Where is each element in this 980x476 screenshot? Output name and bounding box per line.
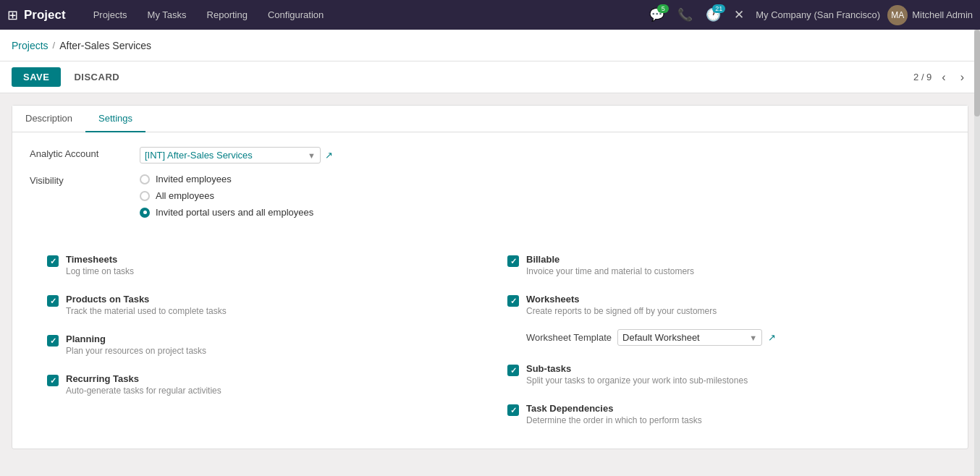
worksheet-template-label: Worksheet Template [526,332,612,343]
radio-invited-employees[interactable]: Invited employees [140,174,313,184]
close-icon-btn[interactable]: ✕ [730,4,748,25]
recurring-tasks-content: Recurring Tasks Auto-generate tasks for … [66,373,221,396]
features-grid: Timesheets Log time on tasks Products on… [30,245,950,434]
planning-item: Planning Plan your resources on project … [30,325,490,365]
billable-desc: Invoice your time and material to custom… [526,266,694,276]
menu-my-tasks[interactable]: My Tasks [138,0,197,30]
radio-all-employees-label: All employees [156,190,214,201]
app-brand: Project [24,8,66,22]
grid-icon[interactable]: ⊞ [7,7,18,23]
products-on-tasks-title: Products on Tasks [66,294,227,305]
user-name: Mitchell Admin [912,9,973,20]
breadcrumb-current: After-Sales Services [59,40,151,51]
timesheets-desc: Log time on tasks [66,266,134,276]
visibility-label: Visibility [30,174,131,186]
scrollbar-thumb[interactable] [974,30,980,116]
breadcrumb-sep: / [53,40,56,51]
worksheets-desc: Create reports to be signed off by your … [526,306,717,316]
avatar[interactable]: MA [887,5,908,25]
radio-portal-users-circle [140,208,150,218]
tab-description[interactable]: Description [12,106,85,132]
menu-projects[interactable]: Projects [83,0,138,30]
radio-portal-users[interactable]: Invited portal users and all employees [140,207,313,218]
action-bar: SAVE DISCARD 2 / 9 ‹ › [0,61,980,93]
analytic-account-select[interactable]: [INT] After-Sales Services ▼ [140,147,321,163]
timesheets-checkbox[interactable] [47,255,59,267]
breadcrumb-parent[interactable]: Projects [12,40,48,51]
main-content: Description Settings Analytic Account [I… [0,93,980,476]
analytic-account-value: [INT] After-Sales Services ▼ ↗ [140,147,333,163]
save-button[interactable]: SAVE [12,67,61,87]
radio-all-employees[interactable]: All employees [140,190,313,201]
top-navigation: ⊞ Project Projects My Tasks Reporting Co… [0,0,980,30]
radio-all-employees-circle [140,191,150,201]
chat-icon-btn[interactable]: 💬 5 [645,4,669,25]
timesheets-item: Timesheets Log time on tasks [30,245,490,285]
company-name: My Company (San Francisco) [756,9,880,20]
pager-info: 2 / 9 [913,72,932,82]
clock-badge: 21 [712,4,725,13]
worksheets-section: Worksheets Create reports to be signed o… [490,285,950,354]
subtasks-item: Sub-tasks Split your tasks to organize y… [490,354,950,394]
subtasks-content: Sub-tasks Split your tasks to organize y… [526,363,748,386]
billable-content: Billable Invoice your time and material … [526,254,694,276]
radio-invited-employees-circle [140,174,150,184]
worksheet-template-ext-link[interactable]: ↗ [768,332,776,343]
timesheets-content: Timesheets Log time on tasks [66,254,134,276]
worksheet-template-value: Default Worksheet [622,332,746,343]
radio-invited-employees-label: Invited employees [156,174,232,184]
worksheet-template-select[interactable]: Default Worksheet ▼ [617,329,762,346]
breadcrumb: Projects / After-Sales Services [0,30,980,61]
task-dependencies-desc: Determine the order in which to perform … [526,415,702,425]
products-on-tasks-content: Products on Tasks Track the material use… [66,294,227,316]
task-dependencies-content: Task Dependencies Determine the order in… [526,403,702,425]
chat-badge: 5 [657,4,669,13]
products-on-tasks-checkbox[interactable] [47,295,59,307]
analytic-account-text: [INT] After-Sales Services [145,150,305,161]
pager-next-button[interactable]: › [956,69,968,85]
planning-title: Planning [66,333,206,344]
products-on-tasks-desc: Track the material used to complete task… [66,306,227,316]
billable-checkbox[interactable] [507,255,519,267]
action-bar-left: SAVE DISCARD [12,67,127,87]
timesheets-title: Timesheets [66,254,134,265]
analytic-account-ext-link[interactable]: ↗ [325,150,333,161]
worksheets-checkbox[interactable] [507,295,519,307]
top-menu: Projects My Tasks Reporting Configuratio… [83,0,646,30]
worksheets-item: Worksheets Create reports to be signed o… [490,285,950,325]
planning-content: Planning Plan your resources on project … [66,333,206,356]
menu-reporting[interactable]: Reporting [197,0,258,30]
worksheets-title: Worksheets [526,294,717,305]
recurring-tasks-item: Recurring Tasks Auto-generate tasks for … [30,365,490,404]
radio-portal-users-label: Invited portal users and all employees [156,207,313,218]
planning-checkbox[interactable] [47,335,59,347]
pager-prev-button[interactable]: ‹ [937,69,950,85]
clock-icon-btn[interactable]: 🕐 21 [701,4,725,25]
tab-bar: Description Settings [12,106,968,132]
analytic-account-label: Analytic Account [30,147,131,159]
visibility-row: Visibility Invited employees All employe… [30,174,950,218]
analytic-account-row: Analytic Account [INT] After-Sales Servi… [30,147,950,163]
phone-icon-btn[interactable]: 📞 [673,4,697,25]
subtasks-checkbox[interactable] [507,365,519,376]
worksheet-template-arrow: ▼ [749,333,757,342]
settings-card: Description Settings Analytic Account [I… [12,105,968,449]
menu-configuration[interactable]: Configuration [258,0,334,30]
visibility-radio-group: Invited employees All employees Invited … [140,174,313,218]
products-on-tasks-item: Products on Tasks Track the material use… [30,285,490,325]
scrollbar[interactable] [974,30,980,476]
worksheet-template-row: Worksheet Template Default Worksheet ▼ ↗ [490,325,950,354]
discard-button[interactable]: DISCARD [67,67,127,87]
worksheets-content: Worksheets Create reports to be signed o… [526,294,717,316]
subtasks-desc: Split your tasks to organize your work i… [526,375,748,386]
task-dependencies-title: Task Dependencies [526,403,702,414]
billable-item: Billable Invoice your time and material … [490,245,950,285]
analytic-account-arrow: ▼ [308,151,316,160]
tab-settings[interactable]: Settings [85,106,145,132]
features-left: Timesheets Log time on tasks Products on… [30,245,490,434]
features-right: Billable Invoice your time and material … [490,245,950,434]
settings-form: Analytic Account [INT] After-Sales Servi… [12,132,968,449]
task-dependencies-checkbox[interactable] [507,404,519,416]
recurring-tasks-checkbox[interactable] [47,375,59,386]
planning-desc: Plan your resources on project tasks [66,346,206,356]
